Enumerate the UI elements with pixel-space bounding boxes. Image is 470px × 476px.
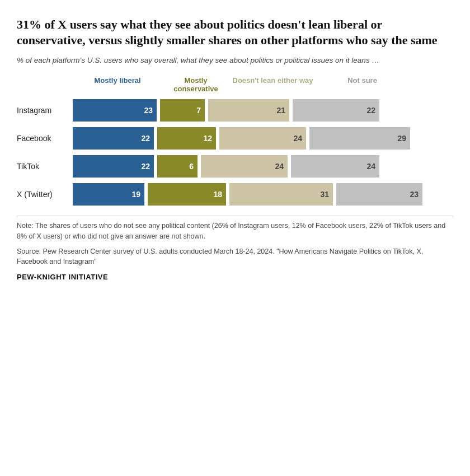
bar-group: 2262424 xyxy=(73,155,453,178)
chart-row: X (Twitter)19183123 xyxy=(17,183,453,206)
chart-row: Instagram2372122 xyxy=(17,99,453,122)
bar-liberal: 22 xyxy=(73,155,154,178)
row-label: Instagram xyxy=(17,106,73,115)
bar-neither: 24 xyxy=(219,127,306,150)
bar-notsure: 29 xyxy=(309,127,410,150)
bar-conservative: 7 xyxy=(160,99,205,122)
title: 31% of X users say what they see about p… xyxy=(17,17,453,48)
col-header-notsure: Not sure xyxy=(316,76,408,94)
chart-row: Facebook22122429 xyxy=(17,127,453,150)
row-label: TikTok xyxy=(17,162,73,171)
bar-group: 22122429 xyxy=(73,127,453,150)
bar-group: 2372122 xyxy=(73,99,453,122)
bar-group: 19183123 xyxy=(73,183,453,206)
column-headers: Mostly liberal Mostly conservative Doesn… xyxy=(73,76,453,94)
row-label: X (Twitter) xyxy=(17,190,73,199)
bar-liberal: 22 xyxy=(73,127,154,150)
bar-conservative: 18 xyxy=(148,183,226,206)
bar-liberal: 23 xyxy=(73,99,157,122)
chart-rows: Instagram2372122Facebook22122429TikTok22… xyxy=(17,99,453,206)
bar-neither: 31 xyxy=(229,183,333,206)
bar-notsure: 22 xyxy=(293,99,379,122)
bar-notsure: 23 xyxy=(336,183,422,206)
col-header-neither: Doesn't lean either way xyxy=(229,76,316,94)
col-header-conservative: Mostly conservative xyxy=(162,76,229,94)
bar-notsure: 24 xyxy=(291,155,379,178)
subtitle: % of each platform's U.S. users who say … xyxy=(17,55,453,66)
bar-conservative: 6 xyxy=(157,155,198,178)
bar-conservative: 12 xyxy=(157,127,216,150)
chart-area: Mostly liberal Mostly conservative Doesn… xyxy=(17,76,453,206)
attribution: PEW-KNIGHT INITIATIVE xyxy=(17,273,453,281)
note: Note: The shares of users who do not see… xyxy=(17,216,453,242)
row-label: Facebook xyxy=(17,134,73,143)
bar-neither: 24 xyxy=(201,155,288,178)
col-header-liberal: Mostly liberal xyxy=(73,76,162,94)
bar-neither: 21 xyxy=(208,99,289,122)
bar-liberal: 19 xyxy=(73,183,144,206)
source: Source: Pew Research Center survey of U.… xyxy=(17,246,453,268)
chart-row: TikTok2262424 xyxy=(17,155,453,178)
